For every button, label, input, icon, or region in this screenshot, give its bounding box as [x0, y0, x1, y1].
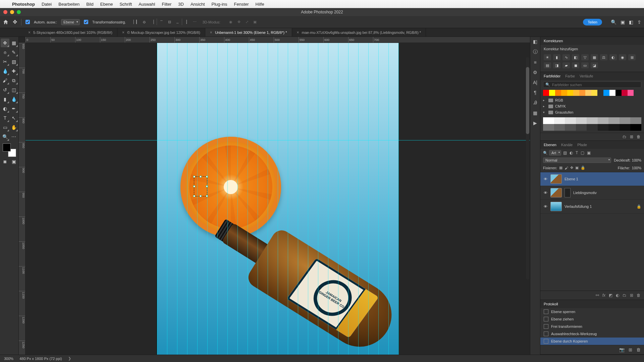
distribute-icon[interactable]: ┇ [183, 18, 190, 26]
guide-vertical[interactable] [378, 43, 379, 355]
dolly-3d-icon[interactable]: ⤢ [243, 18, 251, 26]
canvas-scrollbar[interactable] [526, 57, 529, 280]
filter-pixel-icon[interactable]: ▧ [562, 150, 568, 155]
close-tab-icon[interactable]: × [28, 30, 31, 35]
window-maximize-button[interactable] [17, 10, 21, 14]
history-item[interactable]: Ebene ziehen [540, 315, 644, 323]
swatch[interactable] [603, 90, 609, 96]
swatch[interactable] [615, 90, 622, 96]
layer-visibility-icon[interactable]: 👁 [543, 177, 548, 181]
swatch[interactable] [561, 90, 567, 96]
guide-vertical[interactable] [227, 43, 228, 355]
guide-vertical[interactable] [358, 43, 359, 355]
swatch[interactable] [549, 90, 555, 96]
guide-vertical[interactable] [388, 43, 389, 355]
color-swatches[interactable] [3, 143, 16, 157]
guide-vertical[interactable] [248, 43, 248, 355]
swatch-new-icon[interactable]: ⊞ [630, 134, 633, 139]
swatch[interactable] [585, 90, 591, 96]
guide-vertical[interactable] [398, 43, 399, 355]
history-item[interactable]: Frei transformieren [540, 323, 644, 330]
document-tab[interactable]: ×Unbenannt-1 bei 300% (Ebene 1, RGB/8*) … [205, 28, 292, 37]
swatch-folder-icon[interactable]: 🗀 [623, 134, 627, 139]
menu-3d[interactable]: 3D [178, 2, 184, 7]
brightness-icon[interactable]: ☀ [544, 54, 551, 60]
quick-mask-icon[interactable]: ◙ [1, 157, 9, 166]
swatch-group-gray[interactable]: ▾Graustufen [543, 109, 641, 115]
menu-file[interactable]: Datei [42, 2, 52, 7]
home-icon[interactable] [3, 19, 9, 25]
swatch[interactable] [598, 117, 609, 124]
layer-visibility-icon[interactable]: 👁 [543, 191, 548, 195]
artboard[interactable]: JAMAICAN GINGER BEER CO [157, 43, 398, 355]
move-tool[interactable]: ✥ [1, 39, 9, 47]
history-new-icon[interactable]: ⊞ [629, 347, 632, 352]
eyedropper-tool[interactable]: 💧 [1, 67, 9, 75]
guide-vertical[interactable] [338, 43, 338, 355]
levels-icon[interactable]: ▮ [553, 54, 560, 60]
guide-vertical[interactable] [187, 43, 187, 355]
healing-tool[interactable]: ✚ [9, 67, 18, 75]
swatch[interactable] [554, 117, 565, 124]
crop-tool[interactable]: ✂ [1, 57, 9, 66]
align-bottom-icon[interactable]: ⎽ [174, 18, 181, 26]
filter-smart-icon[interactable]: ▣ [586, 150, 591, 155]
swatch[interactable] [579, 90, 585, 96]
share-button[interactable]: Teilen [583, 19, 602, 25]
workspace-icon[interactable]: ◧ [629, 19, 633, 25]
swatch[interactable] [573, 90, 579, 96]
menu-help[interactable]: Hilfe [256, 2, 264, 7]
delete-layer-icon[interactable]: 🗑 [637, 293, 641, 298]
layer-row[interactable]: 👁Lieblingsmotiv [540, 186, 644, 200]
path-select-tool[interactable]: ↖ [9, 114, 18, 122]
gradients-tab[interactable]: Verläufe [580, 74, 593, 78]
exposure-icon[interactable]: ◧ [572, 54, 579, 60]
pen-tool[interactable]: ✒ [9, 104, 18, 113]
blend-mode-dropdown[interactable]: Normal [543, 158, 611, 163]
swatch[interactable] [597, 90, 603, 96]
menu-filter[interactable]: Filter [162, 2, 171, 7]
layer-filter-dropdown[interactable]: Art [549, 150, 561, 156]
swatch[interactable] [620, 117, 631, 124]
swatch[interactable] [591, 90, 597, 96]
guide-vertical[interactable] [318, 43, 318, 355]
hue-icon[interactable]: ▦ [591, 54, 598, 60]
swatch[interactable] [576, 117, 587, 124]
doc-info[interactable]: 480 Px x 1800 Px (72 ppi) [19, 357, 62, 361]
swatch[interactable] [555, 90, 561, 96]
swatch[interactable] [543, 117, 554, 124]
orbit-3d-icon[interactable]: ◉ [227, 18, 234, 26]
lock-position-icon[interactable]: ✥ [570, 166, 573, 170]
guide-vertical[interactable] [298, 43, 298, 355]
align-vcenter-icon[interactable]: ⊟ [166, 18, 173, 26]
channels-tab[interactable]: Kanäle [561, 143, 573, 147]
camera-3d-icon[interactable]: ▣ [251, 18, 259, 26]
invert-icon[interactable]: ◨ [553, 62, 560, 68]
panel-icon[interactable]: ◧ [533, 39, 537, 44]
swatch[interactable] [565, 117, 576, 124]
menu-window[interactable]: Fenster [234, 2, 249, 7]
swatch-search[interactable]: 🔍 [543, 81, 641, 88]
window-minimize-button[interactable] [10, 10, 14, 14]
screen-mode-icon[interactable]: ▣ [621, 19, 625, 25]
brush-tool[interactable]: 🖌 [1, 76, 9, 85]
align-top-icon[interactable]: ⎺ [158, 18, 165, 26]
swatch-group-rgb[interactable]: ▸RGB [543, 97, 641, 103]
document-tab[interactable]: ×mae-mu-XTztXbv6gMs-unsplash.jpg bei 87,… [292, 28, 426, 37]
canvas-area[interactable]: 0501001502002503003504004505005506006507… [19, 37, 530, 355]
guide-vertical[interactable] [288, 43, 288, 355]
guide-vertical[interactable] [278, 43, 278, 355]
layer-row[interactable]: 👁Ebene 1 [540, 172, 644, 186]
link-layers-icon[interactable]: ⚯ [596, 293, 599, 298]
bw-icon[interactable]: ◐ [609, 54, 617, 60]
guide-vertical[interactable] [258, 43, 258, 355]
close-tab-icon[interactable]: × [122, 30, 124, 35]
panel-icon[interactable]: ⚙ [533, 70, 537, 75]
selectivecolor-icon[interactable]: ◪ [591, 62, 598, 68]
menu-view[interactable]: Ansicht [191, 2, 205, 7]
swatch[interactable] [565, 124, 576, 131]
clone-tool[interactable]: ⧉ [9, 76, 18, 85]
panel-icon[interactable]: ▶ [533, 120, 537, 126]
swatch-search-input[interactable] [552, 83, 639, 87]
menu-image[interactable]: Bild [86, 2, 94, 7]
